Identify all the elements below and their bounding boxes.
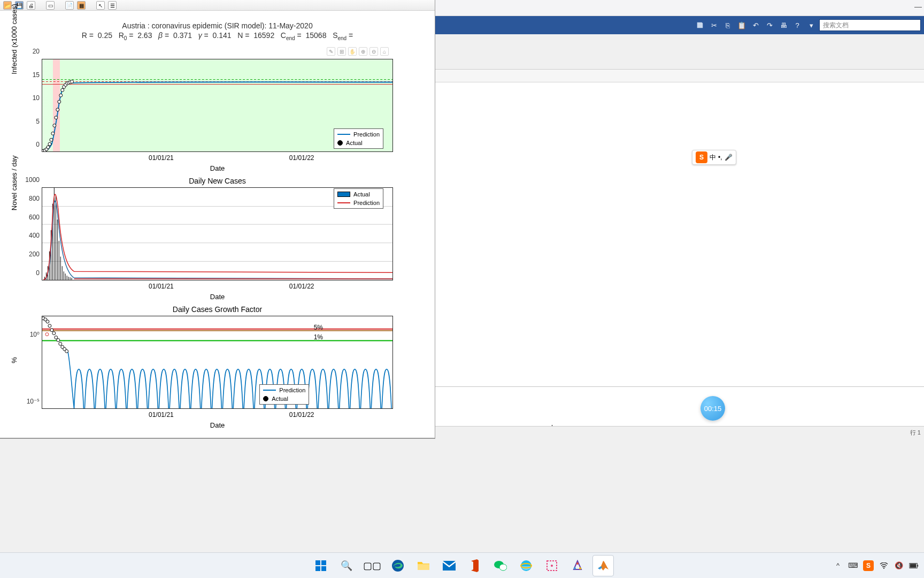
volume-icon[interactable]: 🔇 — [894, 561, 904, 571]
copy-icon[interactable]: ⎘ — [722, 19, 734, 31]
undo-icon[interactable]: ↶ — [750, 19, 761, 31]
task-view-icon[interactable]: ▢▢ — [361, 555, 383, 576]
svg-rect-62 — [321, 560, 326, 565]
search-icon[interactable]: 🔍 — [336, 555, 357, 576]
ime-tray-icon[interactable]: S — [863, 560, 874, 571]
ylabel: % — [10, 357, 18, 363]
microphone-icon[interactable]: 🎤 — [725, 154, 733, 161]
word-titlebar[interactable]: — — [435, 0, 924, 16]
word-page[interactable] — [435, 82, 924, 423]
svg-point-13 — [58, 100, 61, 103]
zoom-out-icon[interactable]: ⊖ — [369, 47, 378, 56]
edit-plot-icon[interactable]: 📄 — [65, 1, 74, 10]
plot-svg — [42, 316, 392, 408]
legend[interactable]: Actual Prediction — [334, 188, 383, 209]
brush-icon[interactable]: ✎ — [327, 47, 335, 56]
home-icon[interactable]: ⌂ — [380, 47, 389, 56]
subplot-growth-factor: Daily Cases Growth Factor 5% — [42, 316, 393, 409]
svg-rect-42 — [70, 277, 71, 280]
guide-icon[interactable]: ☰ — [108, 1, 117, 10]
save-icon[interactable] — [694, 19, 706, 31]
search-input[interactable]: 搜索文档 — [819, 19, 921, 31]
ylabel: Novel cases / day — [10, 156, 18, 211]
matlab-icon[interactable] — [592, 555, 614, 576]
svg-point-10 — [53, 124, 56, 127]
svg-point-69 — [499, 564, 507, 571]
edge-icon[interactable] — [387, 555, 409, 576]
system-tray: ^ ⌨ S 🔇 — [833, 560, 919, 571]
mail-icon[interactable] — [438, 555, 460, 576]
svg-rect-35 — [59, 241, 59, 280]
wifi-icon[interactable] — [879, 561, 889, 571]
ie-icon[interactable] — [515, 555, 537, 576]
windows-taskbar: 🔍 ▢▢ ^ ⌨ S — [0, 552, 924, 578]
cut-icon[interactable]: ✂ — [708, 19, 720, 31]
zoom-in-icon[interactable]: ⊕ — [359, 47, 367, 56]
svg-point-52 — [50, 329, 53, 332]
legend[interactable]: Prediction Actual — [259, 384, 309, 405]
subplot-title: Daily New Cases — [189, 177, 246, 185]
annot-1pct: 1% — [314, 333, 323, 341]
word-ruler[interactable] — [435, 70, 924, 82]
ime-toolbar[interactable]: S 中 •, 🎤 — [692, 150, 736, 165]
ime-lang-indicator[interactable]: 中 — [710, 153, 716, 162]
snipping-tool-icon[interactable] — [541, 555, 563, 576]
svg-rect-61 — [315, 560, 320, 565]
word-ribbon-area[interactable] — [435, 34, 924, 70]
yticks: 0 200 400 600 800 1000 — [20, 187, 40, 280]
datatip-icon[interactable]: ⊞ — [337, 47, 346, 56]
svg-rect-40 — [67, 276, 67, 280]
svg-rect-63 — [315, 566, 320, 571]
svg-rect-33 — [56, 196, 56, 280]
print-icon[interactable]: 🖨 — [27, 1, 35, 10]
dropdown-icon[interactable]: ▾ — [805, 19, 817, 31]
print-icon[interactable]: 🖶 — [777, 19, 789, 31]
app-icon[interactable] — [567, 555, 588, 576]
figure-params: R = 0.25 R0 = 2.63 β = 0.371 γ = 0.141 N… — [0, 31, 435, 41]
paste-icon[interactable]: 📋 — [736, 19, 748, 31]
svg-rect-66 — [418, 564, 429, 570]
yticks: 10⁻⁵ 10⁰ — [20, 316, 40, 409]
svg-point-74 — [576, 562, 579, 565]
pan-icon[interactable]: ✋ — [348, 47, 357, 56]
svg-rect-79 — [917, 565, 918, 567]
legend[interactable]: Prediction Actual — [334, 128, 383, 149]
screen-recorder-bubble[interactable]: 00:15 — [700, 396, 725, 421]
ime-switch-icon[interactable]: ⌨ — [848, 561, 858, 571]
wechat-icon[interactable] — [490, 555, 511, 576]
svg-point-53 — [52, 332, 56, 335]
svg-rect-38 — [64, 271, 64, 280]
start-icon[interactable] — [310, 555, 332, 576]
svg-point-76 — [579, 567, 581, 569]
search-placeholder: 搜索文档 — [823, 21, 849, 30]
subplot-title: Daily Cases Growth Factor — [173, 305, 262, 314]
axes-box[interactable]: 5% 1% — [42, 316, 393, 409]
page-setup-icon[interactable]: ▭ — [46, 1, 55, 10]
svg-point-60 — [45, 333, 49, 336]
yticks: 0 5 10 15 20 — [20, 59, 40, 152]
insert-icon[interactable]: ▦ — [77, 1, 86, 10]
file-explorer-icon[interactable] — [413, 555, 434, 576]
sogou-logo-icon[interactable]: S — [696, 151, 707, 163]
pointer-icon[interactable]: ↖ — [96, 1, 105, 10]
annot-5pct: 5% — [314, 324, 323, 331]
minimize-icon[interactable]: — — [914, 2, 922, 11]
redo-icon[interactable]: ↷ — [764, 19, 775, 31]
svg-point-14 — [59, 94, 63, 97]
figure-title: Austria : coronavirus epidemic (SIR mode… — [0, 21, 435, 30]
svg-point-9 — [51, 132, 55, 135]
word-statusbar: 行 1 — [435, 426, 924, 439]
svg-point-55 — [57, 339, 60, 342]
subplot-infected: Infected (x1000 cases) Date 0 5 10 15 20… — [42, 59, 393, 152]
office-icon[interactable] — [464, 555, 486, 576]
help-icon[interactable]: ? — [791, 19, 803, 31]
tray-overflow-icon[interactable]: ^ — [833, 561, 843, 571]
battery-icon[interactable] — [909, 561, 919, 571]
svg-rect-39 — [65, 273, 66, 280]
svg-rect-34 — [57, 219, 58, 280]
recorder-time: 00:15 — [704, 405, 722, 413]
ime-punct-indicator[interactable]: •, — [718, 154, 722, 161]
subplot-new-cases: Daily New Cases — [42, 187, 393, 280]
svg-rect-80 — [910, 564, 917, 567]
svg-point-56 — [59, 342, 62, 345]
